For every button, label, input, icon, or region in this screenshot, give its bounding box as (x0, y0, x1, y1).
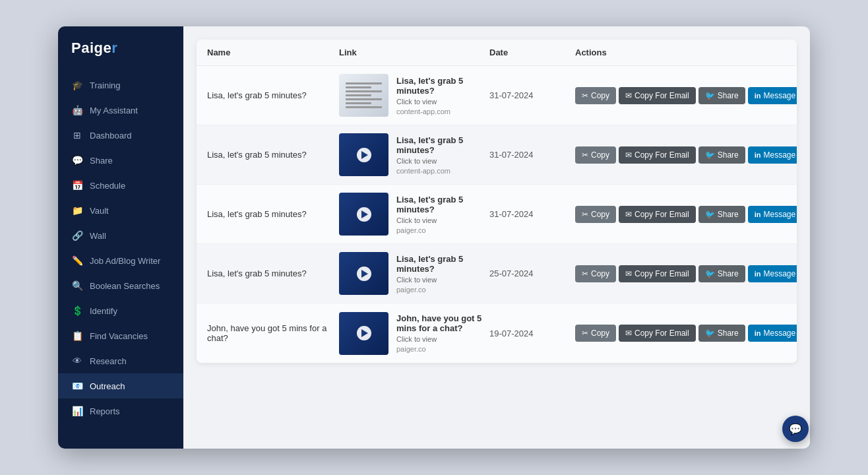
share-icon: 🐦 (705, 91, 715, 100)
cell-name: Lisa, let's grab 5 minutes? (207, 269, 339, 278)
share-button[interactable]: 🐦 Share (698, 206, 745, 223)
copy-button[interactable]: ✂ Copy (575, 146, 616, 164)
sidebar-label-dashboard: Dashboard (90, 131, 132, 141)
linkedin-icon: in (755, 151, 761, 159)
link-click-label: Click to view (396, 335, 489, 343)
share-button[interactable]: 🐦 Share (698, 265, 745, 282)
sidebar-item-boolean-searches[interactable]: 🔍 Boolean Searches (58, 273, 183, 298)
thumb-video (339, 252, 388, 295)
table-row: John, have you got 5 mins for a chat? Jo… (197, 303, 797, 363)
message-button[interactable]: in Message (748, 87, 797, 104)
cell-date: 25-07-2024 (489, 269, 575, 278)
message-button[interactable]: in Message (748, 206, 797, 223)
link-thumbnail[interactable] (339, 193, 388, 236)
message-button[interactable]: in Message (748, 146, 797, 164)
cell-link: Lisa, let's grab 5 minutes? Click to vie… (339, 252, 489, 295)
email-icon: ✉ (625, 91, 632, 100)
link-info: Lisa, let's grab 5 minutes? Click to vie… (396, 76, 489, 115)
sidebar-item-share[interactable]: 💬 Share (58, 148, 183, 173)
copy-email-button[interactable]: ✉ Copy For Email (619, 87, 696, 104)
link-url: paiger.co (396, 345, 489, 353)
logo-text: Paiger (71, 40, 117, 57)
sidebar-label-boolean-searches: Boolean Searches (90, 281, 160, 291)
training-icon: 🎓 (71, 79, 83, 91)
job-ad-blog-writer-icon: ✏️ (71, 255, 83, 267)
share-button[interactable]: 🐦 Share (698, 325, 745, 342)
copy-icon: ✂ (582, 91, 588, 100)
cell-date: 31-07-2024 (489, 150, 575, 160)
cell-actions: ✂ Copy ✉ Copy For Email 🐦 Share in Messa… (575, 265, 786, 282)
email-icon: ✉ (625, 269, 632, 278)
copy-button[interactable]: ✂ Copy (575, 325, 616, 342)
copy-button[interactable]: ✂ Copy (575, 87, 616, 104)
copy-email-button[interactable]: ✉ Copy For Email (619, 146, 696, 164)
message-button[interactable]: in Message (748, 265, 797, 282)
sidebar: Paiger 🎓 Training 🤖 My Assistant ⊞ Dashb… (58, 26, 183, 449)
email-icon: ✉ (625, 150, 632, 160)
sidebar-item-schedule[interactable]: 📅 Schedule (58, 173, 183, 198)
cell-actions: ✂ Copy ✉ Copy For Email 🐦 Share in Messa… (575, 87, 786, 104)
linkedin-icon: in (755, 92, 761, 100)
sidebar-item-find-vacancies[interactable]: 📋 Find Vacancies (58, 323, 183, 348)
play-button[interactable] (357, 326, 371, 340)
sidebar-item-research[interactable]: 👁 Research (58, 348, 183, 373)
message-button[interactable]: in Message (748, 325, 797, 342)
sidebar-item-vault[interactable]: 📁 Vault (58, 198, 183, 223)
sidebar-label-share: Share (90, 156, 113, 166)
cell-actions: ✂ Copy ✉ Copy For Email 🐦 Share in Messa… (575, 146, 786, 164)
copy-email-button[interactable]: ✉ Copy For Email (619, 206, 696, 223)
table-container[interactable]: Name Link Date Actions Lisa, let's grab … (183, 26, 810, 449)
col-name: Name (207, 48, 339, 57)
share-button[interactable]: 🐦 Share (698, 146, 745, 164)
linkedin-icon: in (755, 270, 761, 278)
play-button[interactable] (357, 207, 371, 222)
col-actions: Actions (575, 48, 786, 57)
sidebar-item-job-ad-blog-writer[interactable]: ✏️ Job Ad/Blog Writer (58, 248, 183, 273)
sidebar-item-outreach[interactable]: 📧 Outreach (58, 373, 183, 398)
link-thumbnail[interactable] (339, 252, 388, 295)
play-triangle-icon (361, 329, 368, 337)
sidebar-label-identify: Identify (90, 306, 117, 316)
sidebar-item-wall[interactable]: 🔗 Wall (58, 223, 183, 248)
email-icon: ✉ (625, 329, 632, 338)
link-title: John, have you got 5 mins for a chat? (396, 313, 489, 333)
thumb-video (339, 193, 388, 236)
link-thumbnail[interactable] (339, 133, 388, 176)
linkedin-icon: in (755, 210, 761, 218)
link-click-label: Click to view (396, 216, 489, 224)
copy-icon: ✂ (582, 210, 588, 219)
cell-link: John, have you got 5 mins for a chat? Cl… (339, 312, 489, 355)
outreach-icon: 📧 (71, 380, 83, 392)
cell-actions: ✂ Copy ✉ Copy For Email 🐦 Share in Messa… (575, 325, 786, 342)
table-row: Lisa, let's grab 5 minutes? Lisa, let's … (197, 185, 797, 244)
link-info: Lisa, let's grab 5 minutes? Click to vie… (396, 195, 489, 234)
sidebar-item-dashboard[interactable]: ⊞ Dashboard (58, 123, 183, 148)
copy-email-button[interactable]: ✉ Copy For Email (619, 325, 696, 342)
sidebar-label-training: Training (90, 80, 120, 90)
link-thumbnail[interactable] (339, 74, 388, 117)
col-link: Link (339, 48, 489, 57)
sidebar-label-reports: Reports (90, 406, 120, 416)
copy-button[interactable]: ✂ Copy (575, 206, 616, 223)
play-button[interactable] (357, 148, 371, 162)
sidebar-item-training[interactable]: 🎓 Training (58, 73, 183, 98)
cell-date: 19-07-2024 (489, 329, 575, 338)
sidebar-item-my-assistant[interactable]: 🤖 My Assistant (58, 98, 183, 123)
logo: Paiger (58, 40, 183, 73)
chat-bubble[interactable]: 💬 (782, 416, 809, 442)
copy-button[interactable]: ✂ Copy (575, 265, 616, 282)
link-thumbnail[interactable] (339, 312, 388, 355)
data-table: Name Link Date Actions Lisa, let's grab … (197, 40, 797, 363)
dashboard-icon: ⊞ (71, 129, 83, 141)
link-info: Lisa, let's grab 5 minutes? Click to vie… (396, 254, 489, 294)
play-button[interactable] (357, 267, 371, 281)
cell-link: Lisa, let's grab 5 minutes? Click to vie… (339, 133, 489, 176)
link-title: Lisa, let's grab 5 minutes? (396, 76, 489, 96)
sidebar-item-identify[interactable]: 💲 Identify (58, 298, 183, 323)
sidebar-item-reports[interactable]: 📊 Reports (58, 398, 183, 424)
my-assistant-icon: 🤖 (71, 104, 83, 116)
share-button[interactable]: 🐦 Share (698, 87, 745, 104)
sidebar-label-research: Research (90, 356, 127, 366)
copy-email-button[interactable]: ✉ Copy For Email (619, 265, 696, 282)
identify-icon: 💲 (71, 305, 83, 317)
